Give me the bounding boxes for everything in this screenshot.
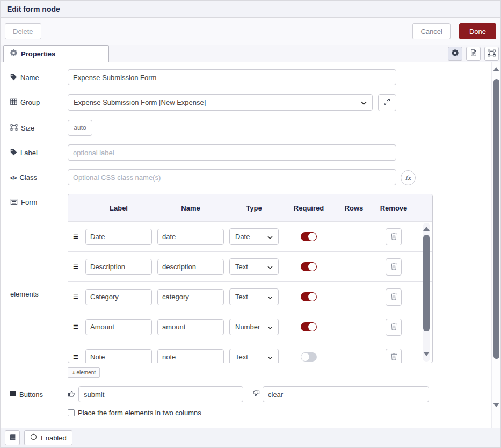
class-label: </> Class	[10, 169, 68, 185]
col-required: Required	[281, 204, 337, 212]
trash-icon	[390, 262, 397, 272]
submit-button-label-input[interactable]	[78, 386, 243, 402]
table-grid-icon	[10, 98, 17, 107]
element-name-input[interactable]	[157, 289, 224, 305]
element-name-input[interactable]	[157, 319, 224, 335]
drag-handle-icon[interactable]: ≡	[73, 232, 78, 241]
element-row: ≡ Date	[68, 222, 432, 252]
trash-icon	[390, 232, 397, 242]
label-input[interactable]	[68, 144, 396, 161]
object-group-icon	[10, 124, 18, 133]
fx-badge-icon: fx	[401, 170, 416, 185]
element-type-select[interactable]: Text	[229, 288, 279, 305]
remove-element-button[interactable]	[386, 349, 402, 363]
chevron-down-icon	[267, 263, 273, 271]
gear-icon	[452, 49, 459, 58]
tab-appearance-icon-button[interactable]	[484, 47, 499, 61]
element-name-input[interactable]	[157, 259, 224, 275]
group-row: Group Expense Submission Form [New Expen…	[10, 94, 500, 111]
done-button[interactable]: Done	[459, 23, 496, 39]
buttons-controls	[68, 386, 429, 402]
element-type-value: Number	[235, 323, 260, 331]
add-element-button[interactable]: + element	[68, 367, 100, 378]
remove-element-button[interactable]	[386, 258, 402, 276]
toggle-knob	[301, 353, 309, 361]
scroll-up-arrow-icon[interactable]	[423, 227, 430, 231]
tab-icon-group	[448, 47, 499, 61]
tab-bar: Properties	[1, 45, 500, 62]
two-columns-label: Place the form elements in two columns	[78, 409, 201, 417]
drag-handle-icon[interactable]: ≡	[73, 352, 78, 362]
name-input[interactable]	[68, 69, 396, 85]
drag-handle-icon[interactable]: ≡	[73, 292, 78, 301]
required-toggle[interactable]	[301, 262, 317, 271]
drag-handle-icon[interactable]: ≡	[73, 262, 78, 271]
delete-button[interactable]: Delete	[5, 23, 41, 39]
properties-panel: Name Group Expense Submission Form [New …	[1, 62, 500, 429]
plus-icon: +	[72, 370, 75, 376]
required-toggle[interactable]	[301, 352, 317, 362]
required-toggle[interactable]	[301, 292, 317, 301]
gear-icon	[10, 49, 17, 58]
document-icon	[470, 49, 477, 59]
element-type-select[interactable]: Number	[229, 319, 279, 335]
element-row: ≡ Number	[68, 312, 432, 342]
tab-properties-icon-button[interactable]	[448, 47, 462, 61]
toggle-knob	[308, 323, 316, 331]
tab-properties[interactable]: Properties	[3, 45, 109, 62]
two-columns-checkbox[interactable]	[68, 409, 75, 416]
main-scrollbar[interactable]	[491, 62, 500, 429]
drag-handle-icon[interactable]: ≡	[73, 322, 78, 331]
elements-scrollbar[interactable]	[423, 223, 430, 362]
element-type-select[interactable]: Text	[229, 349, 279, 363]
elements-table: Label Name Type Required Rows Remove ≡ D…	[68, 194, 433, 363]
docs-button[interactable]	[5, 430, 20, 445]
remove-element-button[interactable]	[386, 319, 402, 336]
group-select[interactable]: Expense Submission Form [New Expense]	[68, 94, 373, 111]
col-rows: Rows	[337, 204, 371, 212]
buttons-label: Buttons	[10, 386, 68, 402]
list-icon	[10, 198, 18, 207]
edit-group-button[interactable]	[378, 94, 396, 111]
required-toggle[interactable]	[301, 322, 317, 331]
label-row: Label	[10, 144, 500, 161]
element-label-input[interactable]	[85, 349, 152, 363]
size-auto-button[interactable]: auto	[68, 120, 92, 136]
element-name-input[interactable]	[157, 349, 224, 363]
class-row: </> Class fx	[10, 169, 500, 185]
element-type-value: Text	[235, 353, 248, 361]
scrollbar-thumb[interactable]	[493, 79, 499, 359]
remove-element-button[interactable]	[386, 288, 402, 306]
element-label-input[interactable]	[85, 259, 152, 275]
dialog-footer: Enabled	[1, 428, 500, 447]
dialog-title: Edit form node	[7, 5, 60, 13]
element-label-input[interactable]	[85, 319, 152, 335]
cancel-button[interactable]: Cancel	[412, 23, 450, 39]
chevron-down-icon	[267, 323, 273, 331]
remove-element-button[interactable]	[386, 228, 402, 245]
scroll-up-arrow-icon[interactable]	[493, 67, 499, 71]
enabled-label: Enabled	[41, 434, 67, 442]
dialog-header: Edit form node	[1, 1, 500, 18]
element-type-value: Date	[235, 233, 250, 241]
element-type-value: Text	[235, 293, 248, 301]
thumbs-down-icon	[252, 389, 260, 399]
group-select-value: Expense Submission Form [New Expense]	[74, 98, 206, 106]
col-name: Name	[154, 204, 227, 212]
scroll-down-arrow-icon[interactable]	[493, 403, 499, 407]
toggle-knob	[308, 233, 316, 241]
enabled-toggle-button[interactable]: Enabled	[24, 430, 72, 445]
scrollbar-thumb[interactable]	[423, 235, 430, 331]
element-name-input[interactable]	[157, 229, 224, 245]
chevron-down-icon	[361, 98, 367, 106]
element-type-select[interactable]: Text	[229, 258, 279, 275]
name-row: Name	[10, 69, 500, 85]
element-label-input[interactable]	[85, 229, 152, 245]
required-toggle[interactable]	[301, 232, 317, 241]
tab-description-icon-button[interactable]	[466, 47, 481, 61]
class-input[interactable]	[68, 169, 396, 185]
scroll-down-arrow-icon[interactable]	[423, 352, 430, 356]
clear-button-label-input[interactable]	[263, 386, 429, 402]
element-label-input[interactable]	[85, 289, 152, 305]
element-type-select[interactable]: Date	[229, 228, 279, 245]
